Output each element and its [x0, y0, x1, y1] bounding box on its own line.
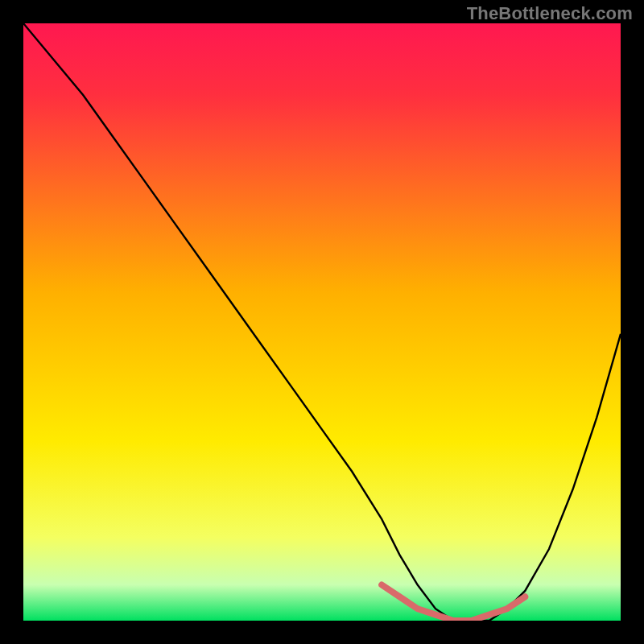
bottleneck-curve [23, 23, 621, 621]
chart-frame: TheBottleneck.com [0, 0, 644, 644]
plot-area [23, 23, 621, 621]
watermark-text: TheBottleneck.com [467, 3, 633, 24]
